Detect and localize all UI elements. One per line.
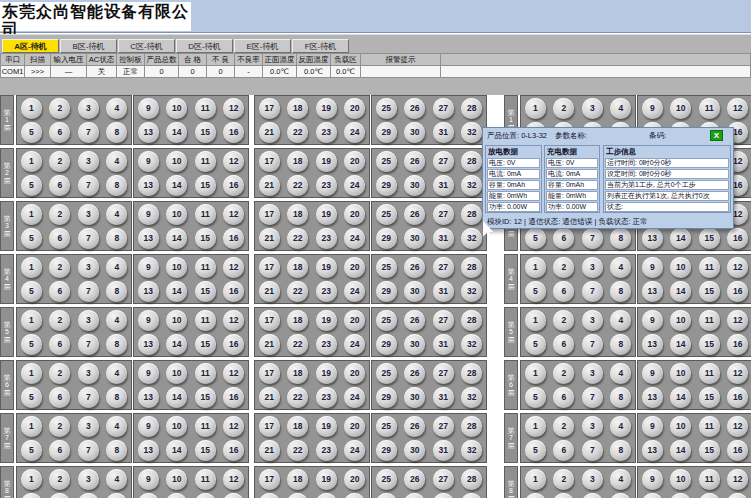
cell-circle[interactable]: 11 <box>699 363 720 384</box>
cell-circle[interactable]: 17 <box>259 469 280 490</box>
cell-circle[interactable]: 1 <box>525 257 546 278</box>
cell-circle[interactable]: 4 <box>106 151 127 172</box>
cell-circle[interactable]: 22 <box>287 281 308 302</box>
cell-circle[interactable]: 3 <box>582 257 603 278</box>
cell-circle[interactable]: 7 <box>582 440 603 461</box>
cell-circle[interactable]: 28 <box>461 363 482 384</box>
cell-circle[interactable]: 3 <box>78 416 99 437</box>
cell-circle[interactable]: 11 <box>195 363 216 384</box>
cell-circle[interactable]: 8 <box>106 175 127 196</box>
cell-circle[interactable]: 7 <box>78 228 99 249</box>
cell-circle[interactable]: 1 <box>21 257 42 278</box>
cell-circle[interactable]: 3 <box>78 310 99 331</box>
cell-circle[interactable]: 4 <box>610 310 631 331</box>
cell-circle[interactable]: 5 <box>525 440 546 461</box>
cell-circle[interactable]: 15 <box>699 334 720 355</box>
cell-circle[interactable]: 23 <box>316 175 337 196</box>
cell-circle[interactable]: 29 <box>376 122 397 143</box>
cell-circle[interactable]: 14 <box>670 440 691 461</box>
cell-circle[interactable]: 1 <box>525 416 546 437</box>
cell-circle[interactable]: 26 <box>404 416 425 437</box>
cell-circle[interactable]: 18 <box>287 98 308 119</box>
cell-circle[interactable]: 28 <box>461 204 482 225</box>
cell-circle[interactable]: 15 <box>699 493 720 498</box>
cell-circle[interactable]: 11 <box>699 469 720 490</box>
cell-circle[interactable]: 31 <box>433 228 454 249</box>
cell-circle[interactable]: 14 <box>166 493 187 498</box>
cell-circle[interactable]: 26 <box>404 310 425 331</box>
cell-circle[interactable]: 6 <box>49 175 70 196</box>
cell-circle[interactable]: 3 <box>582 363 603 384</box>
cell-circle[interactable]: 6 <box>553 493 574 498</box>
cell-circle[interactable]: 8 <box>106 387 127 408</box>
cell-circle[interactable]: 5 <box>21 281 42 302</box>
cell-circle[interactable]: 13 <box>138 281 159 302</box>
cell-circle[interactable]: 4 <box>610 416 631 437</box>
cell-circle[interactable]: 12 <box>727 469 748 490</box>
cell-circle[interactable]: 6 <box>553 387 574 408</box>
cell-circle[interactable]: 9 <box>138 151 159 172</box>
cell-circle[interactable]: 7 <box>78 440 99 461</box>
cell-circle[interactable]: 10 <box>670 257 691 278</box>
cell-circle[interactable]: 20 <box>344 469 365 490</box>
cell-circle[interactable]: 12 <box>727 416 748 437</box>
cell-circle[interactable]: 7 <box>582 334 603 355</box>
cell-circle[interactable]: 18 <box>287 469 308 490</box>
cell-circle[interactable]: 31 <box>433 122 454 143</box>
cell-circle[interactable]: 1 <box>525 98 546 119</box>
cell-circle[interactable]: 26 <box>404 151 425 172</box>
cell-circle[interactable]: 4 <box>610 469 631 490</box>
cell-circle[interactable]: 18 <box>287 416 308 437</box>
cell-circle[interactable]: 4 <box>610 98 631 119</box>
cell-circle[interactable]: 13 <box>138 228 159 249</box>
cell-circle[interactable]: 2 <box>553 363 574 384</box>
cell-circle[interactable]: 6 <box>49 281 70 302</box>
cell-circle[interactable]: 24 <box>344 228 365 249</box>
cell-circle[interactable]: 30 <box>404 281 425 302</box>
cell-circle[interactable]: 9 <box>138 469 159 490</box>
cell-circle[interactable]: 3 <box>78 98 99 119</box>
cell-circle[interactable]: 30 <box>404 334 425 355</box>
cell-circle[interactable]: 16 <box>727 387 748 408</box>
cell-circle[interactable]: 10 <box>670 363 691 384</box>
cell-circle[interactable]: 4 <box>106 469 127 490</box>
cell-circle[interactable]: 4 <box>106 416 127 437</box>
cell-circle[interactable]: 24 <box>344 122 365 143</box>
cell-circle[interactable]: 27 <box>433 204 454 225</box>
cell-circle[interactable]: 21 <box>259 122 280 143</box>
cell-circle[interactable]: 8 <box>106 493 127 498</box>
cell-circle[interactable]: 13 <box>642 387 663 408</box>
cell-circle[interactable]: 11 <box>195 469 216 490</box>
cell-circle[interactable]: 19 <box>316 98 337 119</box>
cell-circle[interactable]: 10 <box>670 98 691 119</box>
cell-circle[interactable]: 30 <box>404 387 425 408</box>
cell-circle[interactable]: 31 <box>433 334 454 355</box>
cell-circle[interactable]: 7 <box>582 387 603 408</box>
cell-circle[interactable]: 21 <box>259 228 280 249</box>
tab-zone-1[interactable]: A区-待机 <box>2 39 59 53</box>
cell-circle[interactable]: 18 <box>287 151 308 172</box>
cell-circle[interactable]: 29 <box>376 440 397 461</box>
cell-circle[interactable]: 15 <box>195 334 216 355</box>
cell-circle[interactable]: 32 <box>461 334 482 355</box>
cell-circle[interactable]: 27 <box>433 151 454 172</box>
cell-circle[interactable]: 4 <box>106 98 127 119</box>
cell-circle[interactable]: 16 <box>727 334 748 355</box>
cell-circle[interactable]: 26 <box>404 204 425 225</box>
cell-circle[interactable]: 11 <box>699 257 720 278</box>
cell-circle[interactable]: 7 <box>78 387 99 408</box>
cell-circle[interactable]: 12 <box>727 98 748 119</box>
cell-circle[interactable]: 19 <box>316 204 337 225</box>
cell-circle[interactable]: 2 <box>553 257 574 278</box>
cell-circle[interactable]: 14 <box>166 228 187 249</box>
cell-circle[interactable]: 25 <box>376 257 397 278</box>
cell-circle[interactable]: 10 <box>166 469 187 490</box>
cell-circle[interactable]: 15 <box>195 493 216 498</box>
cell-circle[interactable]: 27 <box>433 469 454 490</box>
cell-circle[interactable]: 10 <box>166 257 187 278</box>
cell-circle[interactable]: 17 <box>259 98 280 119</box>
cell-circle[interactable]: 21 <box>259 493 280 498</box>
cell-circle[interactable]: 26 <box>404 363 425 384</box>
cell-circle[interactable]: 10 <box>166 310 187 331</box>
cell-circle[interactable]: 14 <box>166 281 187 302</box>
